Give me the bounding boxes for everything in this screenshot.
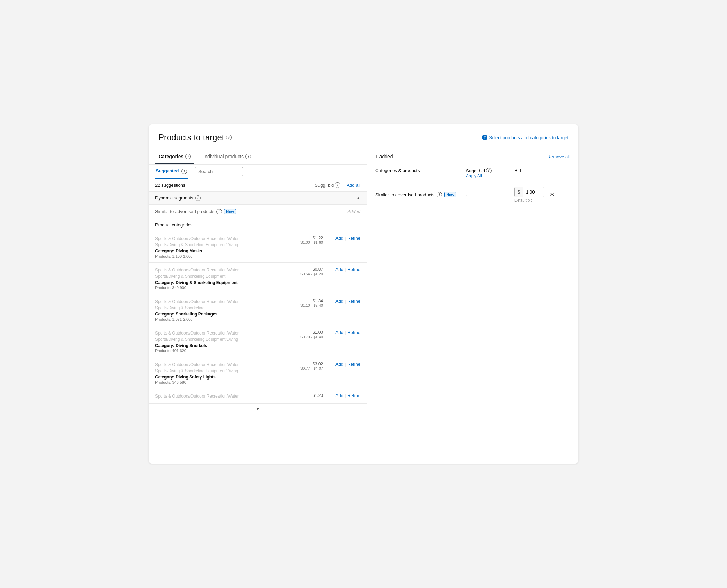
subtab-suggested-info-icon[interactable]: i [181, 169, 187, 174]
remove-item-button[interactable]: ✕ [550, 192, 554, 197]
category-path-2: Sports/Diving & Snorkeling Equipment/Div… [155, 368, 298, 374]
subtab-suggested[interactable]: Suggested i [155, 165, 188, 179]
col-bid-header: Bid [514, 168, 570, 178]
category-bid-col: $1.00 $0.70 - $1.40 [298, 330, 329, 339]
category-path-1: Sports & Outdoors/Outdoor Recreation/Wat… [155, 299, 298, 305]
list-item: Sports & Outdoors/Outdoor Recreation/Wat… [149, 326, 367, 357]
add-all-button[interactable]: Add all [347, 182, 360, 188]
refine-button[interactable]: Refine [347, 267, 360, 272]
tab-individual-products-label: Individual products [203, 154, 244, 159]
category-path-1: Sports & Outdoors/Outdoor Recreation/Wat… [155, 393, 298, 399]
scroll-down-arrow[interactable]: ▼ [149, 404, 367, 413]
right-item-bid: $ Default bid ✕ [514, 187, 570, 202]
sugg-bid-value: $1.34 [298, 299, 323, 303]
category-name-text: Diving Safety Lights [176, 375, 215, 380]
suggestions-count: 22 suggestions [155, 182, 185, 188]
search-input[interactable] [195, 167, 243, 176]
sugg-bid-value: $1.00 [298, 330, 323, 335]
page-title: Products to target i [159, 133, 232, 142]
help-link-text: Select products and categories to target [489, 135, 568, 140]
dynamic-segments-info-icon[interactable]: i [195, 195, 201, 201]
similar-to-advertised-label: Similar to advertised products [155, 209, 214, 214]
add-button[interactable]: Add [335, 299, 343, 304]
category-label: Category: [155, 249, 174, 253]
tabs-bar: Categories i Individual products i [149, 149, 367, 165]
tab-categories[interactable]: Categories i [155, 149, 194, 164]
bid-range: $0.70 - $1.40 [298, 335, 323, 339]
bid-input-wrapper: $ [514, 187, 544, 197]
refine-button[interactable]: Refine [347, 299, 360, 304]
category-label: Category: [155, 343, 174, 348]
tab-categories-info-icon[interactable]: i [185, 154, 191, 159]
product-categories-header: Product categories [149, 219, 367, 231]
category-item-top: Sports & Outdoors/Outdoor Recreation/Wat… [155, 299, 360, 321]
right-panel: 1 added Remove all Categories & products… [367, 149, 578, 413]
category-item-left: Sports & Outdoors/Outdoor Recreation/Wat… [155, 330, 298, 353]
category-actions: Add | Refine [329, 267, 360, 272]
right-item-new-badge: New [444, 192, 456, 197]
list-item: Sports & Outdoors/Outdoor Recreation/Wat… [149, 263, 367, 294]
refine-button[interactable]: Refine [347, 330, 360, 335]
page-title-text: Products to target [159, 133, 224, 142]
col-sugg-bid-label: Sugg. bid [466, 168, 485, 173]
col-sugg-bid-info-icon[interactable]: i [486, 168, 492, 173]
category-label: Category: [155, 280, 174, 285]
add-button[interactable]: Add [335, 362, 343, 367]
help-link[interactable]: ? Select products and categories to targ… [482, 135, 568, 140]
sugg-bid-header: Sugg. bid i [315, 182, 340, 188]
category-bid-col: $1.20 [298, 393, 329, 398]
added-count: 1 added [375, 154, 393, 159]
chevron-down-icon: ▼ [255, 406, 260, 411]
page-title-info-icon[interactable]: i [226, 135, 232, 140]
suggestions-header: 22 suggestions Sugg. bid i Add all [149, 179, 367, 192]
dynamic-item-similar: Similar to advertised products i New - A… [149, 205, 367, 219]
add-button[interactable]: Add [335, 267, 343, 272]
scroll-area: Dynamic segments i ▲ Similar to advertis… [149, 192, 367, 413]
list-item: Sports & Outdoors/Outdoor Recreation/Wat… [149, 294, 367, 326]
refine-button[interactable]: Refine [347, 362, 360, 367]
category-actions: Add | Refine [329, 393, 360, 398]
collapse-button[interactable]: ▲ [356, 196, 360, 201]
products-label: Products: [155, 254, 171, 258]
right-table-header: Categories & products Sugg. bid i Apply … [367, 164, 578, 182]
subtabs-bar: Suggested i [149, 165, 367, 179]
tab-individual-products[interactable]: Individual products i [200, 149, 254, 164]
add-button[interactable]: Add [335, 393, 343, 398]
add-button[interactable]: Add [335, 235, 343, 241]
right-item-name-text: Similar to advertised products [375, 192, 434, 197]
remove-all-button[interactable]: Remove all [547, 154, 570, 159]
right-item-sugg-bid: - [466, 192, 514, 197]
add-button[interactable]: Add [335, 330, 343, 335]
category-item-top: Sports & Outdoors/Outdoor Recreation/Wat… [155, 267, 360, 290]
col-bid-label: Bid [514, 168, 521, 173]
sugg-bid-value: $1.20 [298, 393, 323, 398]
right-item-info-icon[interactable]: i [437, 192, 442, 197]
products-label: Products: [155, 286, 171, 290]
products-count: 1,100-1,000 [172, 254, 193, 258]
product-categories-label: Product categories [155, 222, 192, 228]
left-panel: Categories i Individual products i Sugge… [149, 149, 367, 413]
dynamic-segments-label: Dynamic segments [155, 195, 194, 201]
bid-input[interactable] [523, 187, 544, 197]
right-item-name: Similar to advertised products i New [375, 192, 466, 197]
category-actions: Add | Refine [329, 299, 360, 304]
refine-button[interactable]: Refine [347, 393, 360, 398]
page-header: Products to target i ? Select products a… [149, 124, 578, 149]
category-name-text: Snorkeling Packages [176, 312, 217, 317]
category-path-1: Sports & Outdoors/Outdoor Recreation/Wat… [155, 362, 298, 368]
list-item: Sports & Outdoors/Outdoor Recreation/Wat… [149, 357, 367, 389]
sugg-bid-label: Sugg. bid [315, 182, 334, 188]
similar-info-icon[interactable]: i [216, 209, 222, 214]
category-bid-col: $1.34 $1.10 - $2.40 [298, 299, 329, 308]
apply-all-link[interactable]: Apply All [466, 173, 514, 178]
sugg-bid-info-icon[interactable]: i [335, 182, 340, 188]
sugg-bid-value: $3.02 [298, 362, 323, 366]
products-count: 346-580 [172, 380, 186, 384]
tab-individual-products-info-icon[interactable]: i [245, 154, 251, 159]
category-bid-col: $3.02 $0.77 - $4.07 [298, 362, 329, 371]
category-path-1: Sports & Outdoors/Outdoor Recreation/Wat… [155, 267, 298, 273]
refine-button[interactable]: Refine [347, 235, 360, 241]
bid-range: $0.77 - $4.07 [298, 366, 323, 371]
category-path-1: Sports & Outdoors/Outdoor Recreation/Wat… [155, 330, 298, 336]
category-bid-col: $1.22 $1.00 - $1.60 [298, 235, 329, 244]
